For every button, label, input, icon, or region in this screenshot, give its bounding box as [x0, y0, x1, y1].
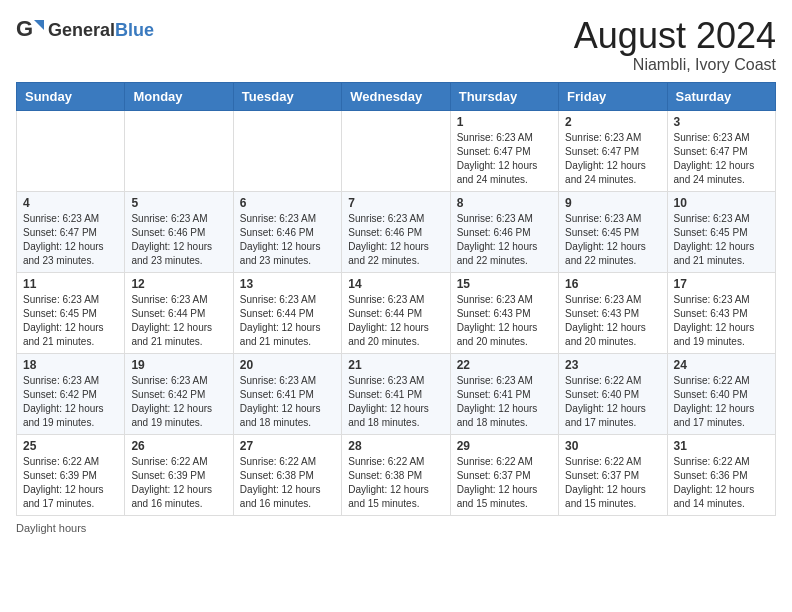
calendar-cell: 5Sunrise: 6:23 AM Sunset: 6:46 PM Daylig…	[125, 191, 233, 272]
day-info: Sunrise: 6:23 AM Sunset: 6:47 PM Dayligh…	[457, 131, 552, 187]
svg-text:G: G	[16, 16, 33, 41]
page-header: G GeneralBlue August 2024 Niambli, Ivory…	[16, 16, 776, 74]
day-number: 15	[457, 277, 552, 291]
logo: G GeneralBlue	[16, 16, 154, 44]
day-info: Sunrise: 6:23 AM Sunset: 6:42 PM Dayligh…	[131, 374, 226, 430]
day-number: 13	[240, 277, 335, 291]
calendar-cell: 16Sunrise: 6:23 AM Sunset: 6:43 PM Dayli…	[559, 272, 667, 353]
day-info: Sunrise: 6:23 AM Sunset: 6:43 PM Dayligh…	[674, 293, 769, 349]
calendar-cell	[342, 110, 450, 191]
calendar-cell: 11Sunrise: 6:23 AM Sunset: 6:45 PM Dayli…	[17, 272, 125, 353]
day-number: 10	[674, 196, 769, 210]
day-number: 2	[565, 115, 660, 129]
day-info: Sunrise: 6:22 AM Sunset: 6:38 PM Dayligh…	[348, 455, 443, 511]
day-number: 1	[457, 115, 552, 129]
calendar-cell: 8Sunrise: 6:23 AM Sunset: 6:46 PM Daylig…	[450, 191, 558, 272]
calendar-cell: 28Sunrise: 6:22 AM Sunset: 6:38 PM Dayli…	[342, 434, 450, 515]
calendar-week-row: 25Sunrise: 6:22 AM Sunset: 6:39 PM Dayli…	[17, 434, 776, 515]
day-info: Sunrise: 6:22 AM Sunset: 6:37 PM Dayligh…	[457, 455, 552, 511]
logo-blue: Blue	[115, 20, 154, 40]
day-info: Sunrise: 6:22 AM Sunset: 6:36 PM Dayligh…	[674, 455, 769, 511]
main-title: August 2024	[574, 16, 776, 56]
day-info: Sunrise: 6:23 AM Sunset: 6:44 PM Dayligh…	[348, 293, 443, 349]
calendar-cell: 19Sunrise: 6:23 AM Sunset: 6:42 PM Dayli…	[125, 353, 233, 434]
calendar-cell: 22Sunrise: 6:23 AM Sunset: 6:41 PM Dayli…	[450, 353, 558, 434]
calendar-cell: 13Sunrise: 6:23 AM Sunset: 6:44 PM Dayli…	[233, 272, 341, 353]
calendar-cell	[125, 110, 233, 191]
calendar-day-header: Tuesday	[233, 82, 341, 110]
day-info: Sunrise: 6:23 AM Sunset: 6:44 PM Dayligh…	[131, 293, 226, 349]
logo-icon: G	[16, 16, 44, 44]
calendar-week-row: 18Sunrise: 6:23 AM Sunset: 6:42 PM Dayli…	[17, 353, 776, 434]
day-number: 20	[240, 358, 335, 372]
day-number: 26	[131, 439, 226, 453]
day-number: 16	[565, 277, 660, 291]
calendar-day-header: Wednesday	[342, 82, 450, 110]
calendar-day-header: Sunday	[17, 82, 125, 110]
day-number: 19	[131, 358, 226, 372]
day-number: 17	[674, 277, 769, 291]
day-number: 3	[674, 115, 769, 129]
day-number: 11	[23, 277, 118, 291]
calendar-cell: 27Sunrise: 6:22 AM Sunset: 6:38 PM Dayli…	[233, 434, 341, 515]
svg-marker-1	[34, 20, 44, 30]
day-number: 18	[23, 358, 118, 372]
day-number: 6	[240, 196, 335, 210]
logo-general: General	[48, 20, 115, 40]
day-info: Sunrise: 6:22 AM Sunset: 6:38 PM Dayligh…	[240, 455, 335, 511]
legend: Daylight hours	[16, 522, 776, 534]
day-number: 4	[23, 196, 118, 210]
calendar-cell: 6Sunrise: 6:23 AM Sunset: 6:46 PM Daylig…	[233, 191, 341, 272]
day-number: 28	[348, 439, 443, 453]
day-info: Sunrise: 6:23 AM Sunset: 6:45 PM Dayligh…	[23, 293, 118, 349]
calendar-table: SundayMondayTuesdayWednesdayThursdayFrid…	[16, 82, 776, 516]
day-info: Sunrise: 6:23 AM Sunset: 6:45 PM Dayligh…	[565, 212, 660, 268]
title-block: August 2024 Niambli, Ivory Coast	[574, 16, 776, 74]
day-info: Sunrise: 6:23 AM Sunset: 6:46 PM Dayligh…	[348, 212, 443, 268]
calendar-cell: 14Sunrise: 6:23 AM Sunset: 6:44 PM Dayli…	[342, 272, 450, 353]
day-info: Sunrise: 6:22 AM Sunset: 6:39 PM Dayligh…	[23, 455, 118, 511]
day-number: 23	[565, 358, 660, 372]
calendar-cell: 17Sunrise: 6:23 AM Sunset: 6:43 PM Dayli…	[667, 272, 775, 353]
day-info: Sunrise: 6:22 AM Sunset: 6:40 PM Dayligh…	[674, 374, 769, 430]
daylight-hours-label: Daylight hours	[16, 522, 86, 534]
calendar-cell: 31Sunrise: 6:22 AM Sunset: 6:36 PM Dayli…	[667, 434, 775, 515]
calendar-cell: 21Sunrise: 6:23 AM Sunset: 6:41 PM Dayli…	[342, 353, 450, 434]
day-number: 27	[240, 439, 335, 453]
calendar-cell: 23Sunrise: 6:22 AM Sunset: 6:40 PM Dayli…	[559, 353, 667, 434]
calendar-day-header: Monday	[125, 82, 233, 110]
calendar-cell	[17, 110, 125, 191]
day-number: 12	[131, 277, 226, 291]
calendar-day-header: Saturday	[667, 82, 775, 110]
day-info: Sunrise: 6:23 AM Sunset: 6:47 PM Dayligh…	[674, 131, 769, 187]
day-info: Sunrise: 6:23 AM Sunset: 6:46 PM Dayligh…	[131, 212, 226, 268]
calendar-cell: 18Sunrise: 6:23 AM Sunset: 6:42 PM Dayli…	[17, 353, 125, 434]
day-info: Sunrise: 6:23 AM Sunset: 6:41 PM Dayligh…	[348, 374, 443, 430]
day-info: Sunrise: 6:23 AM Sunset: 6:47 PM Dayligh…	[23, 212, 118, 268]
calendar-cell: 2Sunrise: 6:23 AM Sunset: 6:47 PM Daylig…	[559, 110, 667, 191]
calendar-cell: 12Sunrise: 6:23 AM Sunset: 6:44 PM Dayli…	[125, 272, 233, 353]
calendar-cell: 4Sunrise: 6:23 AM Sunset: 6:47 PM Daylig…	[17, 191, 125, 272]
calendar-cell: 10Sunrise: 6:23 AM Sunset: 6:45 PM Dayli…	[667, 191, 775, 272]
calendar-cell: 9Sunrise: 6:23 AM Sunset: 6:45 PM Daylig…	[559, 191, 667, 272]
day-number: 8	[457, 196, 552, 210]
calendar-cell: 24Sunrise: 6:22 AM Sunset: 6:40 PM Dayli…	[667, 353, 775, 434]
calendar-cell	[233, 110, 341, 191]
day-number: 29	[457, 439, 552, 453]
calendar-week-row: 4Sunrise: 6:23 AM Sunset: 6:47 PM Daylig…	[17, 191, 776, 272]
calendar-cell: 20Sunrise: 6:23 AM Sunset: 6:41 PM Dayli…	[233, 353, 341, 434]
day-info: Sunrise: 6:23 AM Sunset: 6:45 PM Dayligh…	[674, 212, 769, 268]
day-number: 24	[674, 358, 769, 372]
day-number: 30	[565, 439, 660, 453]
day-info: Sunrise: 6:23 AM Sunset: 6:41 PM Dayligh…	[457, 374, 552, 430]
calendar-day-header: Friday	[559, 82, 667, 110]
day-info: Sunrise: 6:22 AM Sunset: 6:37 PM Dayligh…	[565, 455, 660, 511]
day-number: 5	[131, 196, 226, 210]
day-info: Sunrise: 6:23 AM Sunset: 6:46 PM Dayligh…	[457, 212, 552, 268]
day-info: Sunrise: 6:23 AM Sunset: 6:46 PM Dayligh…	[240, 212, 335, 268]
calendar-week-row: 1Sunrise: 6:23 AM Sunset: 6:47 PM Daylig…	[17, 110, 776, 191]
calendar-cell: 15Sunrise: 6:23 AM Sunset: 6:43 PM Dayli…	[450, 272, 558, 353]
day-info: Sunrise: 6:23 AM Sunset: 6:43 PM Dayligh…	[457, 293, 552, 349]
calendar-week-row: 11Sunrise: 6:23 AM Sunset: 6:45 PM Dayli…	[17, 272, 776, 353]
calendar-cell: 30Sunrise: 6:22 AM Sunset: 6:37 PM Dayli…	[559, 434, 667, 515]
